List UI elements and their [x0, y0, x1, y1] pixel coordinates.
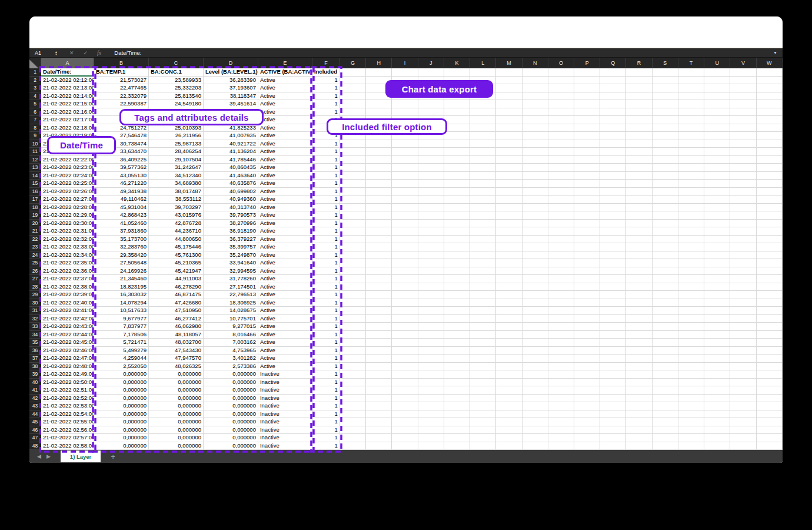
- cell-c28[interactable]: 46,278290: [149, 283, 204, 292]
- cell-m41[interactable]: [496, 386, 522, 395]
- cell-f40[interactable]: 1: [312, 379, 340, 387]
- cell-m15[interactable]: [496, 180, 522, 188]
- cell-j35[interactable]: [418, 339, 444, 347]
- cell-m11[interactable]: [496, 148, 522, 156]
- cell-q29[interactable]: [600, 291, 626, 299]
- cell-i40[interactable]: [392, 379, 418, 387]
- cell-r25[interactable]: [626, 259, 652, 267]
- cell-v25[interactable]: [730, 259, 756, 267]
- cell-w38[interactable]: [757, 363, 783, 371]
- cell-r28[interactable]: [626, 283, 652, 292]
- cell-f39[interactable]: 1: [312, 370, 340, 379]
- cell-r1[interactable]: [626, 68, 652, 77]
- cell-g16[interactable]: [340, 188, 366, 196]
- cell-c11[interactable]: 28,406254: [149, 148, 204, 156]
- cancel-icon[interactable]: ✕: [69, 50, 74, 56]
- cell-h39[interactable]: [366, 370, 392, 379]
- cell-p5[interactable]: [574, 100, 600, 108]
- cell-s39[interactable]: [653, 370, 678, 379]
- sheet-tab-layer[interactable]: 1) Layer: [61, 450, 101, 462]
- cell-v3[interactable]: [730, 84, 756, 92]
- cell-k45[interactable]: [444, 418, 470, 426]
- cell-p33[interactable]: [574, 323, 600, 331]
- formula-input[interactable]: Date/Time:: [114, 49, 141, 56]
- cell-n26[interactable]: [523, 267, 548, 276]
- cell-h44[interactable]: [366, 410, 392, 419]
- cell-r13[interactable]: [626, 164, 652, 172]
- cell-u2[interactable]: [704, 77, 730, 85]
- cell-o43[interactable]: [548, 402, 574, 410]
- cell-c2[interactable]: 23,589933: [149, 77, 204, 85]
- cell-r46[interactable]: [626, 426, 652, 435]
- cell-m27[interactable]: [496, 275, 522, 283]
- cell-l5[interactable]: [470, 100, 496, 108]
- cell-g30[interactable]: [340, 299, 366, 307]
- cell-c24[interactable]: 45,761300: [149, 251, 204, 260]
- cell-b25[interactable]: 27,505648: [94, 259, 149, 267]
- confirm-icon[interactable]: ✓: [84, 50, 88, 56]
- cell-h41[interactable]: [366, 386, 392, 395]
- cell-q36[interactable]: [600, 347, 626, 355]
- cell-e8[interactable]: Active: [258, 124, 312, 132]
- cell-l35[interactable]: [470, 339, 496, 347]
- row-number-33[interactable]: 33: [29, 323, 41, 331]
- cell-u26[interactable]: [704, 267, 730, 276]
- cell-o17[interactable]: [548, 196, 574, 204]
- cell-k29[interactable]: [444, 291, 470, 299]
- cell-h33[interactable]: [366, 323, 392, 331]
- row-number-21[interactable]: 21: [29, 227, 41, 236]
- cell-e25[interactable]: Active: [258, 259, 312, 267]
- cell-w41[interactable]: [757, 386, 783, 395]
- cell-d42[interactable]: 0,000000: [204, 395, 258, 403]
- cell-n5[interactable]: [523, 100, 548, 108]
- cell-k14[interactable]: [444, 172, 470, 180]
- cell-l19[interactable]: [470, 211, 496, 220]
- cell-p22[interactable]: [574, 236, 600, 244]
- cell-d43[interactable]: 0,000000: [204, 402, 258, 410]
- cell-p36[interactable]: [574, 347, 600, 355]
- cell-t29[interactable]: [678, 291, 704, 299]
- cell-i44[interactable]: [392, 410, 418, 419]
- cell-h34[interactable]: [366, 331, 392, 339]
- cell-p4[interactable]: [574, 92, 600, 101]
- cell-k40[interactable]: [444, 379, 470, 387]
- cell-v33[interactable]: [730, 323, 756, 331]
- cell-k1[interactable]: [444, 68, 470, 77]
- cell-b42[interactable]: 0,000000: [94, 395, 149, 403]
- cell-o19[interactable]: [548, 211, 574, 220]
- cell-j21[interactable]: [418, 227, 444, 236]
- cell-c9[interactable]: 26,211956: [149, 132, 204, 140]
- cell-e6[interactable]: Active: [258, 108, 312, 117]
- cell-o45[interactable]: [548, 418, 574, 426]
- cell-f31[interactable]: 1: [312, 307, 340, 315]
- cell-j27[interactable]: [418, 275, 444, 283]
- cell-t15[interactable]: [678, 180, 704, 188]
- cell-o37[interactable]: [548, 355, 574, 363]
- cell-o2[interactable]: [548, 77, 574, 85]
- cell-j5[interactable]: [418, 100, 444, 108]
- cell-j14[interactable]: [418, 172, 444, 180]
- cell-w21[interactable]: [757, 227, 783, 236]
- cell-o5[interactable]: [548, 100, 574, 108]
- cell-k33[interactable]: [444, 323, 470, 331]
- cell-g6[interactable]: [340, 108, 366, 117]
- cell-p24[interactable]: [574, 251, 600, 260]
- cell-f10[interactable]: 1: [312, 140, 340, 148]
- cell-c5[interactable]: 24,549180: [149, 100, 204, 108]
- cell-h24[interactable]: [366, 251, 392, 260]
- cell-q15[interactable]: [600, 180, 626, 188]
- column-header-i[interactable]: I: [392, 58, 418, 68]
- cell-d21[interactable]: 36,918190: [204, 227, 258, 236]
- cell-e36[interactable]: Active: [258, 347, 312, 355]
- cell-m29[interactable]: [496, 291, 522, 299]
- cell-s16[interactable]: [653, 188, 678, 196]
- cell-a25[interactable]: 21-02-2022 02:35:00: [41, 259, 94, 267]
- cell-b43[interactable]: 0,000000: [94, 402, 149, 410]
- cell-i21[interactable]: [392, 227, 418, 236]
- cell-o28[interactable]: [548, 283, 574, 292]
- cell-k19[interactable]: [444, 211, 470, 220]
- row-number-3[interactable]: 3: [29, 84, 41, 92]
- cell-i20[interactable]: [392, 220, 418, 228]
- cell-l6[interactable]: [470, 108, 496, 117]
- cell-q32[interactable]: [600, 315, 626, 323]
